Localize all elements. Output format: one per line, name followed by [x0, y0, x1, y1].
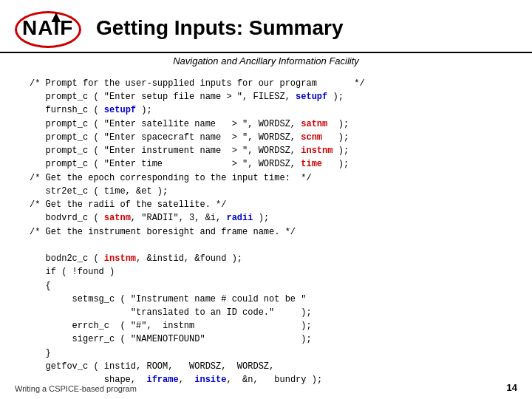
code-section-4: /* Get the instrument boresight and fram…	[30, 225, 510, 387]
subtitle: Navigation and Ancillary Information Fac…	[0, 53, 532, 71]
header: ▲ NAIF Getting Inputs: Summary	[0, 0, 532, 53]
content-area: /* Prompt for the user-supplied inputs f…	[0, 71, 532, 392]
code-section-1: /* Prompt for the user-supplied inputs f…	[30, 77, 510, 171]
code-section-3: /* Get the radii of the satellite. */ bo…	[30, 198, 510, 225]
logo-container: ▲ NAIF	[15, 7, 81, 48]
page-title: Getting Inputs: Summary	[96, 16, 343, 40]
footer-label: Writing a CSPICE-based program	[15, 384, 137, 393]
code-section-2: /* Get the epoch corresponding to the in…	[30, 171, 510, 198]
logo-text: NAIF	[22, 16, 73, 40]
page-number: 14	[507, 382, 517, 393]
